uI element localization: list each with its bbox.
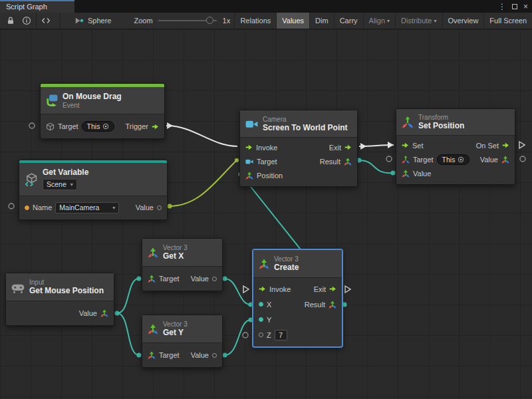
vector3-type-icon[interactable] xyxy=(148,275,156,283)
window-menu-icon[interactable]: ⋮ xyxy=(498,2,506,11)
port-label-position: Position xyxy=(257,172,283,180)
node-get-mouse-position[interactable]: Input Get Mouse Position Value xyxy=(5,273,114,326)
node-category: Input xyxy=(29,279,104,286)
control-input-arrow-icon[interactable] xyxy=(259,285,266,293)
gameobject-cube-icon xyxy=(46,122,55,131)
node-get-y[interactable]: Vector 3 Get Y Target Value xyxy=(142,315,223,368)
full-screen-button[interactable]: Full Screen xyxy=(483,13,532,29)
chevron-down-icon: ▾ xyxy=(112,203,115,212)
variable-name-dropdown[interactable]: MainCamera ▾ xyxy=(55,202,119,213)
vector3-type-icon[interactable] xyxy=(329,301,336,309)
object-picker-icon[interactable] xyxy=(458,156,464,163)
target-object-field[interactable]: This xyxy=(437,154,470,165)
chevron-down-icon: ▾ xyxy=(434,18,437,24)
control-output-arrow-icon[interactable] xyxy=(152,123,159,130)
control-output-arrow-icon[interactable] xyxy=(329,285,336,293)
lock-icon[interactable] xyxy=(6,16,15,25)
close-icon[interactable]: × xyxy=(523,2,528,11)
port-label-value: Value xyxy=(191,351,209,359)
distribute-button[interactable]: Distribute▾ xyxy=(395,13,442,29)
tab-script-graph[interactable]: Script Graph xyxy=(0,0,74,13)
node-vector3-create[interactable]: Vector 3 Create Invoke Exit X Result Y Z… xyxy=(253,249,342,347)
value-output-port[interactable] xyxy=(212,277,217,281)
carry-button[interactable]: Carry xyxy=(334,13,363,29)
vector3-icon xyxy=(259,259,269,269)
relations-button[interactable]: Relations xyxy=(234,13,276,29)
control-input-arrow-icon[interactable] xyxy=(402,142,409,149)
x-input-port[interactable] xyxy=(259,302,263,307)
value-output-port[interactable] xyxy=(212,353,217,358)
toolbar-separator xyxy=(60,13,61,29)
breadcrumb[interactable]: Sphere xyxy=(88,17,111,25)
node-category: Vector 3 xyxy=(163,244,188,251)
align-button[interactable]: Align▾ xyxy=(363,13,395,29)
string-port[interactable] xyxy=(25,205,29,210)
vector3-icon xyxy=(148,324,158,334)
port-label-value: Value xyxy=(136,203,154,211)
node-get-variable[interactable]: Get Variable Scene ▾ Name MainCamera ▾ V… xyxy=(19,160,168,220)
node-title: Screen To World Point xyxy=(263,124,348,132)
port-label-y: Y xyxy=(267,316,271,324)
node-category: Camera xyxy=(263,116,348,123)
node-title: Get Variable xyxy=(43,168,88,177)
transform-icon xyxy=(402,116,414,128)
y-input-port[interactable] xyxy=(259,317,263,322)
port-label-result: Result xyxy=(305,301,325,309)
node-title: Get Mouse Position xyxy=(29,287,104,295)
port-label-value: Value xyxy=(79,309,97,317)
zoom-slider[interactable] xyxy=(158,17,217,24)
node-title: On Mouse Drag xyxy=(63,92,122,101)
port-label-name: Name xyxy=(33,203,52,211)
node-subtitle: Event xyxy=(63,102,122,109)
graph-breadcrumb-icon xyxy=(74,16,84,25)
tab-title: Script Graph xyxy=(6,3,47,11)
code-view-icon[interactable] xyxy=(41,16,51,25)
port-label-target: Target xyxy=(58,122,78,130)
port-label-exit: Exit xyxy=(314,285,326,293)
vector3-type-icon[interactable] xyxy=(100,309,108,317)
node-on-mouse-drag[interactable]: On Mouse Drag Event Target This Trigger xyxy=(40,83,165,139)
control-output-arrow-icon[interactable] xyxy=(502,142,509,149)
vector3-type-icon[interactable] xyxy=(501,156,509,164)
port-label-z: Z xyxy=(267,331,271,339)
z-input-port[interactable] xyxy=(259,332,263,337)
target-object-field[interactable]: This xyxy=(82,121,115,132)
node-get-x[interactable]: Vector 3 Get X Target Value xyxy=(142,238,223,291)
value-output-port[interactable] xyxy=(157,205,162,210)
vector3-type-icon[interactable] xyxy=(148,351,156,359)
port-label-value-out: Value xyxy=(480,156,498,164)
gamepad-icon xyxy=(11,281,25,294)
zoom-handle[interactable] xyxy=(206,17,213,24)
control-output-arrow-icon[interactable] xyxy=(344,144,352,151)
vector3-type-icon[interactable] xyxy=(245,172,253,180)
transform-type-icon[interactable] xyxy=(402,156,410,164)
overview-button[interactable]: Overview xyxy=(442,13,484,29)
node-screen-to-world-point[interactable]: Camera Screen To World Point Invoke Exit… xyxy=(239,110,358,187)
control-input-arrow-icon[interactable] xyxy=(245,144,253,151)
port-label-trigger: Trigger xyxy=(126,122,148,130)
node-title: Create xyxy=(274,263,299,272)
values-button[interactable]: Values xyxy=(276,13,309,29)
variable-icon xyxy=(25,173,38,186)
camera-type-icon[interactable] xyxy=(245,158,253,166)
node-category: Transform xyxy=(418,114,464,121)
chevron-down-icon: ▾ xyxy=(387,18,390,24)
port-label-value: Value xyxy=(191,275,209,283)
variable-scope-dropdown[interactable]: Scene ▾ xyxy=(43,179,77,190)
port-label-invoke: Invoke xyxy=(269,285,291,293)
object-picker-icon[interactable] xyxy=(102,123,109,130)
graph-toolbar: Sphere Zoom 1x Relations Values Dim Carr… xyxy=(0,13,532,29)
maximize-icon[interactable] xyxy=(512,4,517,9)
info-icon[interactable] xyxy=(22,16,31,25)
vector3-type-icon[interactable] xyxy=(402,170,410,178)
port-label-result: Result xyxy=(320,158,340,166)
z-value-field[interactable]: 7 xyxy=(275,330,287,340)
dim-button[interactable]: Dim xyxy=(309,13,334,29)
node-title: Set Position xyxy=(418,122,464,130)
zoom-value: 1x xyxy=(223,17,231,25)
mouse-drag-event-icon xyxy=(46,94,58,106)
vector3-icon xyxy=(148,247,158,258)
node-set-position[interactable]: Transform Set Position Set On Set Target… xyxy=(396,108,515,185)
vector3-type-icon[interactable] xyxy=(344,158,352,166)
node-title: Get X xyxy=(163,252,188,261)
